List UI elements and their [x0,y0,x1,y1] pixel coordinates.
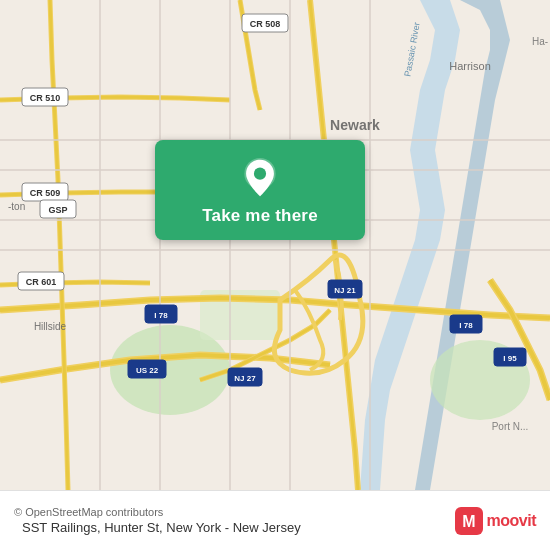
svg-text:Newark: Newark [330,117,380,133]
svg-text:GSP: GSP [48,205,67,215]
take-me-there-button-label: Take me there [202,206,318,226]
svg-text:CR 510: CR 510 [30,93,61,103]
moovit-bus-icon: M [455,507,483,535]
svg-text:-ton: -ton [8,201,25,212]
svg-text:I 95: I 95 [503,354,517,363]
map-background: CR 510 CR 508 CR 509 CR 601 GSP I 78 I 7… [0,0,550,490]
take-me-there-card[interactable]: Take me there [155,140,365,240]
svg-text:US 22: US 22 [136,366,159,375]
svg-text:M: M [462,513,475,530]
location-pin-icon [240,158,280,198]
map-container[interactable]: CR 510 CR 508 CR 509 CR 601 GSP I 78 I 7… [0,0,550,490]
svg-text:I 78: I 78 [459,321,473,330]
moovit-text: moovit [487,512,536,530]
svg-text:Ha-: Ha- [532,36,548,47]
footer-bar: © OpenStreetMap contributors SST Railing… [0,490,550,550]
svg-text:NJ 27: NJ 27 [234,374,256,383]
svg-text:Hillside: Hillside [34,321,67,332]
svg-text:NJ 21: NJ 21 [334,286,356,295]
svg-text:CR 509: CR 509 [30,188,61,198]
svg-text:I 78: I 78 [154,311,168,320]
location-info: SST Railings, Hunter St, New York - New … [22,520,445,535]
moovit-logo: M moovit [455,507,536,535]
svg-text:Port N...: Port N... [492,421,529,432]
copyright-text: © OpenStreetMap contributors [14,506,445,518]
svg-text:CR 508: CR 508 [250,19,281,29]
svg-text:Harrison: Harrison [449,60,491,72]
svg-text:CR 601: CR 601 [26,277,57,287]
svg-point-44 [254,168,266,180]
